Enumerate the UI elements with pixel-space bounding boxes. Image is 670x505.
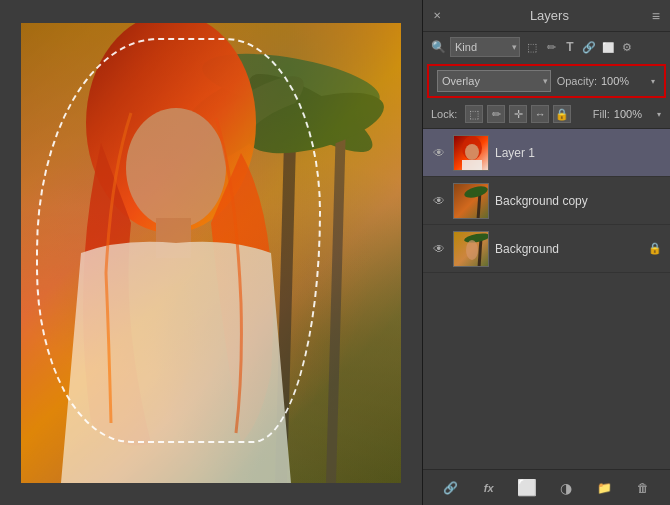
layer-lock-icon: 🔒	[648, 242, 662, 255]
svg-point-21	[466, 240, 478, 260]
layer-thumbnail	[453, 135, 489, 171]
settings-filter-icon[interactable]: ⚙	[619, 39, 635, 55]
kind-row: 🔍 Kind ⬚ ✏ T 🔗 ⬜ ⚙	[423, 32, 670, 62]
panel-close-button[interactable]: ✕	[433, 10, 441, 21]
header-close-area: ✕	[433, 10, 447, 21]
layer-thumbnail	[453, 231, 489, 267]
layer-name: Background	[495, 242, 642, 256]
adjustment-button[interactable]: ◑	[554, 476, 578, 500]
lock-artboard-btn[interactable]: ↔	[531, 105, 549, 123]
layer-visibility-icon[interactable]: 👁	[431, 193, 447, 209]
kind-select[interactable]: Kind	[450, 37, 520, 57]
fill-value: 100%	[614, 108, 642, 120]
layer-item[interactable]: 👁 Background 🔒	[423, 225, 670, 273]
delete-layer-button[interactable]: 🗑	[631, 476, 655, 500]
kind-select-wrapper[interactable]: Kind	[450, 37, 520, 57]
lock-all-btn[interactable]: 🔒	[553, 105, 571, 123]
opacity-value: 100%	[601, 75, 636, 87]
lock-label: Lock:	[431, 108, 457, 120]
adjustment-filter-icon[interactable]: ✏	[543, 39, 559, 55]
fill-label: Fill:	[593, 108, 610, 120]
layer-visibility-icon[interactable]: 👁	[431, 241, 447, 257]
svg-rect-14	[462, 160, 482, 171]
lock-row: Lock: ⬚ ✏ ✛ ↔ 🔒 Fill: 100% 100%	[423, 100, 670, 129]
fill-select[interactable]: 100%	[646, 104, 662, 124]
blend-mode-select-wrapper[interactable]: Overlay Normal Multiply Screen Soft Ligh…	[437, 70, 551, 92]
fx-button[interactable]: fx	[477, 476, 501, 500]
opacity-select-wrapper[interactable]: 100%	[640, 71, 656, 91]
layer-visibility-icon[interactable]: 👁	[431, 145, 447, 161]
svg-point-9	[126, 108, 226, 228]
lock-image-btn[interactable]: ✏	[487, 105, 505, 123]
canvas-image	[21, 23, 401, 483]
kind-icons: ⬚ ✏ T 🔗 ⬜ ⚙	[524, 39, 635, 55]
new-group-button[interactable]: 📁	[592, 476, 616, 500]
opacity-select[interactable]: 100%	[640, 71, 656, 91]
layer-name: Background copy	[495, 194, 662, 208]
search-icon: 🔍	[431, 40, 446, 54]
canvas-area	[0, 0, 422, 505]
panel-toolbar: 🔗 fx ⬜ ◑ 📁 🗑	[423, 469, 670, 505]
type-filter-icon[interactable]: T	[562, 39, 578, 55]
mask-button[interactable]: ⬜	[515, 476, 539, 500]
opacity-row: Opacity: 100% 100%	[557, 71, 656, 91]
canvas-wrapper	[21, 23, 401, 483]
svg-line-19	[479, 238, 481, 267]
link-layers-button[interactable]: 🔗	[438, 476, 462, 500]
panel-header: ✕ Layers ≡	[423, 0, 670, 32]
fill-section: Fill: 100% 100%	[593, 104, 662, 124]
layers-list: 👁 Layer 1	[423, 129, 670, 469]
blend-mode-select[interactable]: Overlay Normal Multiply Screen Soft Ligh…	[437, 70, 551, 92]
panel-menu-button[interactable]: ≡	[652, 9, 660, 23]
panel-title: Layers	[530, 8, 569, 23]
shape-filter-icon[interactable]: 🔗	[581, 39, 597, 55]
pixel-filter-icon[interactable]: ⬚	[524, 39, 540, 55]
layer-thumbnail	[453, 183, 489, 219]
lock-transparent-btn[interactable]: ⬚	[465, 105, 483, 123]
svg-point-13	[465, 144, 479, 160]
blend-mode-row: Overlay Normal Multiply Screen Soft Ligh…	[427, 64, 666, 98]
opacity-label: Opacity:	[557, 75, 597, 87]
lock-position-btn[interactable]: ✛	[509, 105, 527, 123]
layer-name: Layer 1	[495, 146, 662, 160]
background-svg	[21, 23, 401, 483]
smartobj-filter-icon[interactable]: ⬜	[600, 39, 616, 55]
fill-select-wrapper[interactable]: 100%	[646, 104, 662, 124]
layer-item[interactable]: 👁 Background copy	[423, 177, 670, 225]
layer-item[interactable]: 👁 Layer 1	[423, 129, 670, 177]
layers-panel: ✕ Layers ≡ 🔍 Kind ⬚ ✏ T 🔗 ⬜ ⚙ Overlay No…	[422, 0, 670, 505]
